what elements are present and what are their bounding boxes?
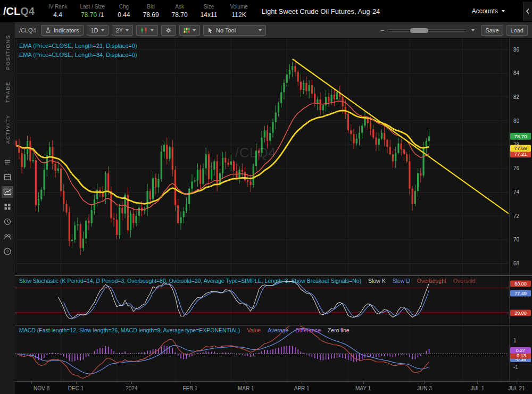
- chevron-down-icon: [502, 10, 505, 12]
- sidebar-tab-trade[interactable]: TRADE: [5, 76, 11, 108]
- chart-icon[interactable]: [2, 186, 13, 198]
- list-icon[interactable]: [2, 156, 13, 168]
- downtrend-line: [293, 59, 509, 214]
- grid-layer: [15, 39, 509, 275]
- x-axis-tick: [302, 382, 302, 384]
- x-axis-tick: [131, 382, 132, 384]
- x-axis-label: APR 1: [294, 385, 310, 391]
- svg-text:1: 1: [513, 338, 517, 343]
- stat-bid: Bid 78.69: [143, 4, 159, 19]
- gear-icon: [165, 27, 172, 33]
- x-axis-tick: [425, 382, 425, 384]
- time-zoom-slider[interactable]: [387, 26, 467, 35]
- color-grid-icon: [184, 27, 190, 33]
- price-badges: 77.2177.6978.70: [510, 133, 531, 157]
- symbol-contract: Q4: [20, 5, 35, 18]
- sidebar-tab-positions[interactable]: POSITIONS: [5, 29, 11, 76]
- save-button[interactable]: Save: [481, 25, 503, 36]
- svg-text:77.49: 77.49: [514, 291, 527, 296]
- stat-ask: Ask 78.70: [172, 4, 188, 19]
- x-axis-tick: [363, 382, 364, 384]
- chevron-down-icon: [193, 29, 196, 31]
- clock-icon[interactable]: [2, 216, 13, 228]
- accounts-dropdown[interactable]: Accounts: [467, 5, 510, 17]
- calendar-icon[interactable]: [2, 171, 13, 183]
- macd-canvas[interactable]: 10-1-0.38-0.130.27: [15, 326, 532, 382]
- timeframe-value: 1D: [91, 27, 98, 33]
- x-axis-label: MAR 1: [238, 385, 254, 391]
- indicators-label: Indicators: [54, 27, 79, 33]
- sidebar-tab-label: POSITIONS: [5, 35, 11, 70]
- svg-text:?: ?: [6, 249, 9, 254]
- zoom-out-button[interactable]: −: [380, 27, 385, 35]
- size-value: 14x11: [201, 11, 218, 19]
- candles-layer: [15, 60, 430, 255]
- instrument-description: Light Sweet Crude Oil Futures, Aug-24: [262, 7, 380, 15]
- collapse-panel-button[interactable]: [523, 2, 532, 21]
- last-size: /1: [99, 11, 104, 19]
- svg-text:72: 72: [513, 213, 520, 219]
- volume-label: Volume: [230, 4, 247, 10]
- stochastic-panel: 80.0077.4920.00 Slow Stochastic (K Perio…: [15, 275, 532, 325]
- sidebar-tab-label: ACTIVITY: [5, 114, 11, 144]
- settings-button[interactable]: [161, 25, 176, 36]
- help-icon[interactable]: ?: [2, 246, 13, 257]
- macd-average-line: [16, 329, 429, 374]
- layout-grid-icon[interactable]: [2, 201, 13, 213]
- chart-style-dropdown[interactable]: [136, 25, 158, 36]
- timeframe-dropdown[interactable]: 1D: [87, 25, 109, 36]
- stat-last-size: Last / Size 78.70 /1: [80, 4, 105, 19]
- sidebar-icon-rail: ?: [2, 156, 13, 257]
- app-body: POSITIONS TRADE ACTIVITY: [0, 22, 532, 394]
- time-axis: NOV 8DEC 12024FEB 1MAR 1APR 1MAY 1JUN 3J…: [15, 381, 532, 394]
- x-axis-tick: [190, 382, 190, 384]
- save-label: Save: [485, 27, 498, 33]
- volume-value: 112K: [232, 11, 246, 19]
- stat-iv-rank: IV Rank 4.4: [48, 4, 68, 19]
- flask-icon: [45, 27, 51, 33]
- symbol-title: /CLQ4: [3, 5, 35, 18]
- svg-text:-0.13: -0.13: [515, 353, 526, 358]
- last-size-label: Last / Size: [80, 4, 105, 10]
- stat-size: Size 14x11: [201, 4, 218, 19]
- svg-text:76: 76: [513, 165, 520, 171]
- load-label: Load: [511, 27, 523, 33]
- price-chart-canvas[interactable]: 8684828078767472706877.2177.6978.70: [15, 39, 532, 275]
- chevron-down-icon: [259, 29, 262, 31]
- macd-panel: 10-1-0.38-0.130.27 MACD (Fast length=12,…: [15, 325, 532, 381]
- grid-layout-dropdown[interactable]: [179, 25, 200, 36]
- size-label: Size: [204, 4, 214, 10]
- x-axis-tick: [477, 382, 478, 384]
- svg-text:84: 84: [513, 70, 520, 76]
- load-button[interactable]: Load: [506, 25, 528, 36]
- svg-text:74: 74: [513, 189, 520, 195]
- svg-text:80: 80: [513, 118, 520, 124]
- chevron-down-icon[interactable]: [471, 29, 475, 31]
- macd-value-line: [16, 326, 429, 378]
- last-value: 78.70 /1: [81, 11, 104, 19]
- x-axis-label: DEC 1: [68, 385, 84, 391]
- users-icon[interactable]: [2, 231, 13, 242]
- sidebar-tab-activity[interactable]: ACTIVITY: [5, 108, 11, 150]
- app-root: /CLQ4 IV Rank 4.4 Last / Size 78.70 /1 C…: [0, 0, 532, 394]
- x-axis-label: JUN 3: [417, 385, 432, 391]
- indicators-button[interactable]: Indicators: [41, 25, 84, 36]
- svg-text:20.00: 20.00: [514, 311, 527, 316]
- x-axis-tick: [31, 382, 32, 384]
- x-axis-tick: [517, 382, 517, 384]
- accounts-label: Accounts: [472, 7, 498, 15]
- slider-track: [387, 29, 467, 32]
- svg-text:86: 86: [513, 47, 520, 53]
- slider-thumb[interactable]: [410, 28, 428, 33]
- svg-text:0.27: 0.27: [516, 348, 526, 353]
- stochastic-canvas[interactable]: 80.0077.4920.00: [15, 276, 532, 325]
- ask-label: Ask: [175, 4, 184, 10]
- chevron-left-icon: [525, 8, 530, 14]
- slow-k-line: [58, 281, 429, 319]
- chevron-down-icon: [101, 29, 104, 31]
- range-value: 2Y: [116, 27, 123, 33]
- range-dropdown[interactable]: 2Y: [112, 25, 133, 36]
- svg-text:82: 82: [513, 94, 520, 100]
- x-axis-label: MAY 1: [355, 385, 371, 391]
- drawing-tool-dropdown[interactable]: No Tool: [203, 25, 266, 36]
